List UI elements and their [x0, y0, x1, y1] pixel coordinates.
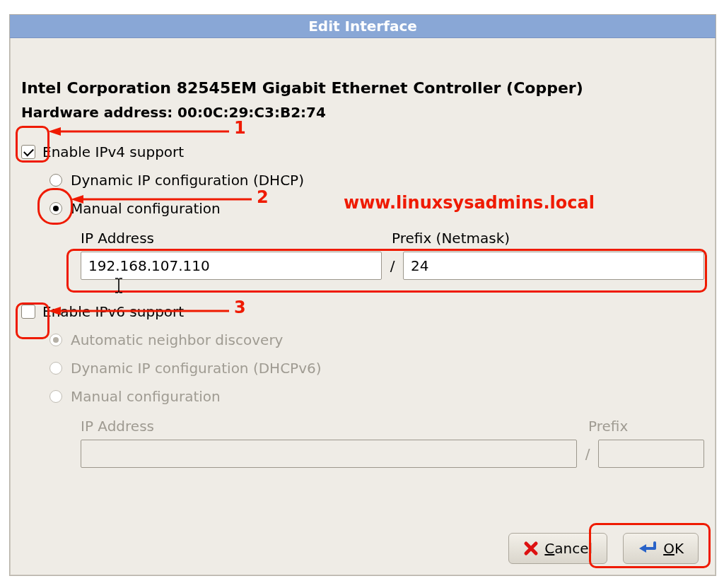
cancel-button[interactable]: Cancel — [508, 533, 607, 564]
dialog-title: Edit Interface — [10, 15, 716, 38]
ipv6-prefix-input — [598, 440, 704, 468]
ipv4-dhcp-radio[interactable] — [49, 174, 62, 187]
ok-button[interactable]: OK — [623, 533, 699, 564]
ipv6-manual-radio — [49, 390, 62, 403]
annotation-number-2: 2 — [257, 187, 269, 208]
annotation-number-1: 1 — [234, 117, 246, 139]
cancel-icon — [523, 541, 539, 556]
separator-slash-2: / — [577, 445, 598, 463]
svg-marker-0 — [639, 544, 646, 553]
ipv6-manual-label: Manual configuration — [71, 387, 221, 406]
ipv6-dhcpv6-label: Dynamic IP configuration (DHCPv6) — [71, 359, 322, 377]
enable-ipv6-checkbox[interactable] — [21, 305, 35, 319]
ipv6-prefix-label: Prefix — [588, 417, 628, 435]
enable-ipv6-label: Enable IPv6 support — [42, 302, 184, 321]
ok-rest: K — [675, 540, 684, 557]
device-name: Intel Corporation 82545EM Gigabit Ethern… — [21, 78, 704, 99]
cancel-rest: ancel — [554, 540, 592, 557]
dialog-edit-interface: Edit Interface Intel Corporation 82545EM… — [9, 14, 716, 576]
hardware-address: Hardware address: 00:0C:29:C3:B2:74 — [21, 103, 704, 122]
ipv4-dhcp-label: Dynamic IP configuration (DHCP) — [71, 171, 304, 189]
ipv6-ip-label: IP Address — [81, 417, 588, 435]
ipv6-ip-input — [81, 440, 577, 468]
ipv6-auto-label: Automatic neighbor discovery — [71, 331, 283, 349]
ipv4-prefix-label: Prefix (Netmask) — [392, 229, 510, 247]
ipv6-dhcpv6-radio — [49, 362, 62, 375]
annotation-number-3: 3 — [234, 297, 246, 319]
cancel-underline: C — [544, 540, 554, 557]
ipv4-ip-label: IP Address — [81, 229, 392, 247]
enable-ipv4-label: Enable IPv4 support — [42, 143, 184, 161]
ipv4-ip-input[interactable] — [81, 252, 382, 280]
ok-arrow-icon — [638, 541, 658, 556]
ipv4-manual-radio[interactable] — [49, 202, 62, 215]
separator-slash-1: / — [382, 257, 403, 275]
annotation-watermark: www.linuxsysadmins.local — [344, 192, 595, 214]
ipv4-prefix-input[interactable] — [403, 252, 704, 280]
ipv6-auto-radio — [49, 334, 62, 346]
text-caret-icon — [113, 277, 124, 294]
enable-ipv4-checkbox[interactable] — [21, 145, 35, 159]
ok-underline: O — [663, 540, 675, 557]
ipv4-manual-label: Manual configuration — [71, 199, 221, 218]
